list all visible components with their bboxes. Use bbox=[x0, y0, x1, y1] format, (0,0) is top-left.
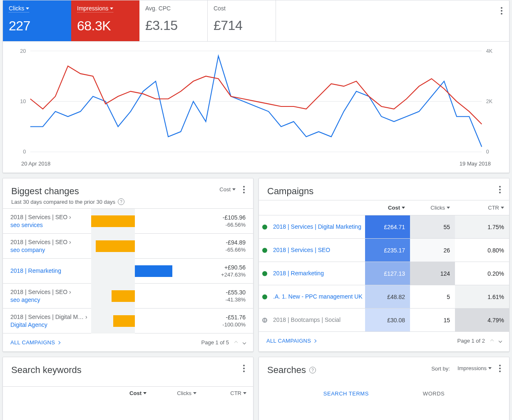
chart-end-date: 19 May 2018 bbox=[460, 161, 491, 167]
change-value: -£51.76-100.00% bbox=[179, 314, 253, 328]
metric-cost: Cost£714 bbox=[208, 0, 276, 41]
chevron-right-icon bbox=[57, 341, 60, 344]
campaign-ctr: 0.80% bbox=[455, 239, 509, 262]
campaign-ctr: 1.61% bbox=[455, 285, 509, 308]
chart-options-button[interactable] bbox=[501, 7, 502, 15]
more-vert-icon[interactable] bbox=[499, 186, 501, 193]
campaign-name: 2018 | Bootcamps | Social bbox=[271, 309, 365, 331]
caret-down-icon bbox=[243, 392, 246, 394]
pager-prev[interactable] bbox=[490, 339, 494, 342]
searches-title: Searches bbox=[267, 365, 306, 376]
svg-text:10: 10 bbox=[20, 98, 26, 104]
status-dot bbox=[259, 262, 271, 285]
campaign-name: .A. 1. New - PPC management UK bbox=[271, 285, 365, 308]
svg-text:4K: 4K bbox=[486, 48, 493, 54]
change-row[interactable]: 2018 | Remarketing+£90.56+247.63% bbox=[3, 259, 253, 284]
change-row[interactable]: 2018 | Services | SEO ›seo company-£94.8… bbox=[3, 234, 253, 259]
pager-next[interactable] bbox=[499, 339, 502, 342]
campaign-row[interactable]: 2018 | Services | SEO£235.17260.80% bbox=[259, 239, 509, 262]
caret-down-icon bbox=[447, 207, 450, 209]
more-vert-icon[interactable] bbox=[243, 365, 245, 372]
chart-area: 0102002K4K bbox=[3, 42, 509, 161]
col-ctr[interactable]: CTR bbox=[203, 390, 253, 396]
campaign-row[interactable]: 2018 | Bootcamps | Social£30.08154.79% bbox=[259, 309, 509, 332]
biggest-changes-card: Biggest changes Last 30 days compared to… bbox=[2, 178, 254, 352]
col-cost[interactable]: Cost bbox=[365, 200, 410, 215]
sort-by-label: Sort by: bbox=[431, 366, 450, 372]
change-row[interactable]: 2018 | Services | SEO ›seo services-£105… bbox=[3, 209, 253, 234]
change-row[interactable]: 2018 | Services | SEO ›seo agency-£55.30… bbox=[3, 284, 253, 309]
more-vert-icon bbox=[501, 7, 502, 15]
all-campaigns-link[interactable]: ALL CAMPAIGNS bbox=[266, 338, 316, 344]
change-name: 2018 | Services | SEO ›seo company bbox=[3, 234, 91, 258]
help-icon[interactable]: ? bbox=[118, 198, 124, 205]
change-value: -£55.30-41.38% bbox=[179, 289, 253, 303]
change-name: 2018 | Services | SEO ›seo agency bbox=[3, 284, 91, 308]
campaign-cost: £235.17 bbox=[365, 239, 410, 262]
campaign-name: 2018 | Services | Digital Marketing bbox=[271, 215, 365, 238]
caret-down-icon bbox=[501, 207, 504, 209]
chart-date-range: 20 Apr 2018 19 May 2018 bbox=[3, 161, 509, 173]
time-series-chart: 0102002K4K bbox=[13, 48, 499, 156]
caret-down-icon bbox=[193, 392, 196, 394]
pager-prev[interactable] bbox=[234, 341, 238, 344]
change-name: 2018 | Remarketing bbox=[3, 263, 91, 279]
change-value: -£105.96-66.56% bbox=[179, 214, 253, 228]
col-clicks[interactable]: Clicks bbox=[410, 200, 455, 215]
change-bar bbox=[91, 209, 179, 234]
overview-chart-card: Clicks 227Impressions 68.3KAvg. CPC£3.15… bbox=[2, 0, 510, 173]
caret-down-icon bbox=[488, 367, 492, 369]
campaigns-list: 2018 | Services | Digital Marketing£264.… bbox=[259, 215, 509, 332]
col-ctr[interactable]: CTR bbox=[455, 200, 509, 215]
caret-down-icon bbox=[143, 392, 147, 394]
metric-clicks[interactable]: Clicks 227 bbox=[3, 0, 71, 41]
campaign-ctr: 1.75% bbox=[455, 215, 509, 238]
metric-impressions[interactable]: Impressions 68.3K bbox=[71, 0, 139, 41]
campaigns-card: Campaigns Cost Clicks CTR 2018 | Service… bbox=[258, 178, 510, 352]
status-icon bbox=[262, 271, 267, 276]
status-dot bbox=[259, 239, 271, 262]
tab-words[interactable]: WORDS bbox=[423, 390, 445, 397]
campaign-row[interactable]: 2018 | Services | Digital Marketing£264.… bbox=[259, 215, 509, 239]
status-icon bbox=[262, 248, 267, 253]
pager: Page 1 of 2 bbox=[457, 338, 502, 344]
search-keywords-header: Cost Clicks CTR bbox=[3, 386, 253, 400]
change-bar bbox=[91, 234, 179, 259]
campaign-cost: £264.71 bbox=[365, 215, 410, 238]
pager-next[interactable] bbox=[243, 341, 246, 344]
more-vert-icon[interactable] bbox=[499, 365, 501, 372]
campaign-clicks: 124 bbox=[410, 262, 455, 285]
searches-card: Searches ? Sort by: Impressions SEARCH T… bbox=[258, 357, 510, 420]
col-clicks[interactable]: Clicks bbox=[153, 390, 203, 396]
more-vert-icon[interactable] bbox=[243, 186, 245, 193]
status-dot bbox=[259, 309, 271, 331]
biggest-changes-sort[interactable]: Cost bbox=[219, 186, 236, 193]
all-campaigns-link[interactable]: ALL CAMPAIGNS bbox=[10, 339, 60, 346]
tab-search-terms[interactable]: SEARCH TERMS bbox=[323, 390, 369, 397]
search-keywords-title: Search keywords bbox=[11, 365, 82, 376]
status-icon bbox=[262, 318, 267, 323]
status-dot bbox=[259, 285, 271, 308]
metric-tabs: Clicks 227Impressions 68.3KAvg. CPC£3.15… bbox=[3, 0, 509, 42]
status-dot bbox=[259, 215, 271, 238]
searches-sort[interactable]: Impressions bbox=[457, 365, 492, 372]
campaign-cost: £127.13 bbox=[365, 262, 410, 285]
help-icon[interactable]: ? bbox=[309, 367, 316, 373]
pager-text: Page 1 of 2 bbox=[457, 338, 485, 344]
change-value: +£90.56+247.63% bbox=[179, 264, 253, 278]
searches-tabs: SEARCH TERMS WORDS bbox=[259, 379, 509, 397]
campaign-name: 2018 | Services | SEO bbox=[271, 239, 365, 262]
campaign-cost: £48.82 bbox=[365, 285, 410, 308]
caret-down-icon bbox=[402, 207, 405, 209]
campaign-clicks: 5 bbox=[410, 285, 455, 308]
chevron-right-icon bbox=[313, 339, 316, 342]
change-value: -£94.89-65.66% bbox=[179, 239, 253, 253]
status-icon bbox=[262, 294, 267, 299]
campaign-row[interactable]: 2018 | Remarketing£127.131240.20% bbox=[259, 262, 509, 285]
change-name: 2018 | Services | SEO ›seo services bbox=[3, 209, 91, 233]
svg-text:20: 20 bbox=[20, 48, 26, 54]
col-cost[interactable]: Cost bbox=[103, 390, 153, 396]
biggest-changes-list: 2018 | Services | SEO ›seo services-£105… bbox=[3, 208, 253, 334]
campaign-row[interactable]: .A. 1. New - PPC management UK£48.8251.6… bbox=[259, 285, 509, 309]
change-row[interactable]: 2018 | Services | Digital M… ›Digital Ag… bbox=[3, 309, 253, 334]
